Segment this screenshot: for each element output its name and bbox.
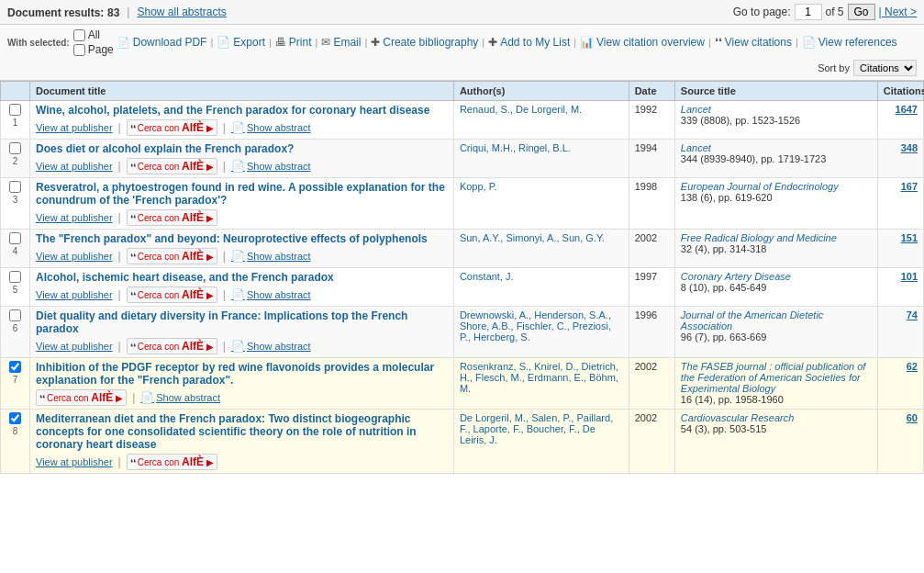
author-link[interactable]: Sun, A.Y., Simonyi, A., Sun, G.Y. bbox=[460, 232, 605, 243]
row-source-cell: Coronary Artery Disease 8 (10), pp. 645-… bbox=[674, 268, 877, 307]
cerca-icon: ❛❛ bbox=[130, 457, 136, 467]
table-row: 8Mediterranean diet and the French parad… bbox=[1, 410, 924, 474]
source-title-link[interactable]: Coronary Artery Disease bbox=[681, 271, 791, 282]
view-at-publisher-link[interactable]: View at publisher bbox=[36, 212, 113, 223]
cerca-badge[interactable]: ❛❛ Cerca con AlfÈ ▶ bbox=[127, 158, 217, 174]
doc-title-link[interactable]: Diet quality and dietary diversity in Fr… bbox=[36, 309, 448, 335]
show-abstract-link[interactable]: 📄 Show abstract bbox=[231, 250, 311, 263]
email-btn[interactable]: ✉ Email bbox=[321, 36, 361, 49]
cerca-badge[interactable]: ❛❛ Cerca con AlfÈ ▶ bbox=[127, 286, 217, 303]
show-abstract-link[interactable]: 📄 Show abstract bbox=[231, 121, 311, 134]
doc-title-link[interactable]: The "French paradox" and beyond: Neuropr… bbox=[36, 232, 448, 245]
cerca-badge[interactable]: ❛❛ Cerca con AlfÈ ▶ bbox=[127, 338, 217, 354]
cerca-badge[interactable]: ❛❛ Cerca con AlfÈ ▶ bbox=[127, 209, 217, 226]
author-link[interactable]: Constant, J. bbox=[460, 271, 514, 282]
source-title-link[interactable]: Journal of the American Dietetic Associa… bbox=[681, 309, 824, 331]
row-checkbox[interactable] bbox=[9, 271, 21, 283]
show-abstract-link[interactable]: 📄 Show abstract bbox=[140, 391, 220, 404]
show-abstract-link[interactable]: 📄 Show abstract bbox=[231, 288, 311, 301]
view-at-publisher-link[interactable]: View at publisher bbox=[36, 161, 113, 172]
show-abstract-link[interactable]: 📄 Show abstract bbox=[231, 160, 311, 173]
cerca-badge[interactable]: ❛❛ Cerca con AlfÈ ▶ bbox=[127, 454, 217, 470]
source-detail: 16 (14), pp. 1958-1960 bbox=[681, 394, 784, 405]
doc-title-link[interactable]: Does diet or alcohol explain the French … bbox=[36, 142, 448, 155]
page-checkbox[interactable] bbox=[73, 44, 85, 56]
references-icon: 📄 bbox=[802, 36, 816, 49]
citations-count-link[interactable]: 62 bbox=[907, 361, 918, 372]
citations-count-link[interactable]: 60 bbox=[907, 412, 918, 423]
citations-count-link[interactable]: 74 bbox=[907, 309, 918, 320]
citations-count-link[interactable]: 101 bbox=[901, 271, 918, 282]
show-all-abstracts-link[interactable]: Show all abstracts bbox=[137, 6, 226, 18]
row-checkbox[interactable] bbox=[9, 104, 21, 116]
cerca-badge[interactable]: ❛❛ Cerca con AlfÈ ▶ bbox=[127, 248, 217, 264]
cerca-icon: ❛❛ bbox=[130, 213, 136, 223]
goto-button[interactable]: Go bbox=[848, 4, 875, 20]
row-doc-cell: Resveratrol, a phytoestrogen found in re… bbox=[30, 178, 454, 230]
row-checkbox[interactable] bbox=[9, 232, 21, 244]
all-checkbox[interactable] bbox=[73, 29, 85, 41]
citations-count-link[interactable]: 167 bbox=[901, 181, 918, 192]
results-count: 83 bbox=[107, 6, 119, 19]
row-date-cell: 2002 bbox=[629, 230, 674, 268]
row-checkbox[interactable] bbox=[9, 309, 21, 321]
citations-count-link[interactable]: 151 bbox=[901, 232, 918, 243]
view-at-publisher-link[interactable]: View at publisher bbox=[36, 251, 113, 262]
table-row: 6Diet quality and dietary diversity in F… bbox=[1, 307, 924, 358]
view-at-publisher-link[interactable]: View at publisher bbox=[36, 456, 113, 467]
cerca-badge[interactable]: ❛❛ Cerca con AlfÈ ▶ bbox=[127, 119, 217, 136]
row-checkbox[interactable] bbox=[9, 361, 21, 373]
download-pdf-btn[interactable]: 📄 Download PDF bbox=[117, 36, 207, 49]
author-link[interactable]: Criqui, M.H., Ringel, B.L. bbox=[460, 142, 571, 153]
view-at-publisher-link[interactable]: View at publisher bbox=[36, 341, 113, 352]
col-header-date: Date bbox=[629, 82, 674, 101]
row-checkbox[interactable] bbox=[9, 142, 21, 154]
source-title-link[interactable]: European Journal of Endocrinology bbox=[681, 181, 839, 192]
row-doc-cell: Mediterranean diet and the French parado… bbox=[30, 410, 454, 474]
doc-title-link[interactable]: Inhibition of the PDGF receptor by red w… bbox=[36, 361, 448, 387]
source-title-link[interactable]: Lancet bbox=[681, 142, 711, 153]
doc-title-link[interactable]: Mediterranean diet and the French parado… bbox=[36, 412, 448, 451]
add-my-list-btn[interactable]: ✚ Add to My List bbox=[488, 36, 570, 49]
print-icon: 🖶 bbox=[275, 36, 286, 49]
citations-count-link[interactable]: 1647 bbox=[896, 104, 918, 115]
doc-title-link[interactable]: Wine, alcohol, platelets, and the French… bbox=[36, 104, 448, 117]
view-citation-overview-btn[interactable]: 📊 View citation overview bbox=[580, 36, 705, 49]
print-btn[interactable]: 🖶 Print bbox=[275, 36, 312, 49]
source-title-link[interactable]: Free Radical Biology and Medicine bbox=[681, 232, 837, 243]
source-title-link[interactable]: The FASEB journal : official publication… bbox=[681, 361, 866, 394]
author-link[interactable]: Kopp, P. bbox=[460, 181, 497, 192]
abstract-icon: 📄 bbox=[231, 250, 245, 263]
author-link[interactable]: Rosenkranz, S., Knirel, D., Dietrich, H.… bbox=[460, 361, 618, 394]
doc-actions: ❛❛ Cerca con AlfÈ ▶|📄 Show abstract bbox=[36, 389, 448, 406]
source-title-link[interactable]: Cardiovascular Research bbox=[681, 412, 795, 423]
row-author-cell: Criqui, M.H., Ringel, B.L. bbox=[453, 140, 629, 178]
row-citations-cell: 74 bbox=[877, 307, 923, 358]
row-number: 1 bbox=[6, 118, 24, 128]
author-link[interactable]: Drewnowski, A., Henderson, S.A., Shore, … bbox=[460, 309, 611, 343]
doc-title-link[interactable]: Alcohol, ischemic heart disease, and the… bbox=[36, 271, 448, 284]
row-author-cell: Drewnowski, A., Henderson, S.A., Shore, … bbox=[453, 307, 629, 358]
cerca-badge[interactable]: ❛❛ Cerca con AlfÈ ▶ bbox=[36, 389, 127, 406]
overview-icon: 📊 bbox=[580, 36, 594, 49]
row-date-cell: 1992 bbox=[629, 101, 674, 140]
view-citations-btn[interactable]: ❛❛ View citations bbox=[715, 36, 792, 49]
row-author-cell: Renaud, S., De Lorgeril, M. bbox=[453, 101, 629, 140]
view-at-publisher-link[interactable]: View at publisher bbox=[36, 289, 113, 300]
source-title-link[interactable]: Lancet bbox=[681, 104, 711, 115]
sort-select[interactable]: Citations Date Author bbox=[853, 60, 917, 76]
next-page-link[interactable]: | Next > bbox=[879, 6, 917, 18]
all-row: All bbox=[73, 28, 114, 41]
view-references-btn[interactable]: 📄 View references bbox=[802, 36, 897, 49]
export-btn[interactable]: 📄 Export bbox=[217, 36, 265, 49]
row-checkbox[interactable] bbox=[9, 412, 21, 424]
citations-count-link[interactable]: 348 bbox=[901, 142, 918, 153]
show-abstract-link[interactable]: 📄 Show abstract bbox=[231, 340, 311, 353]
author-link[interactable]: De Lorgeril, M., Salen, P., Paillard, F.… bbox=[460, 412, 613, 445]
doc-title-link[interactable]: Resveratrol, a phytoestrogen found in re… bbox=[36, 181, 448, 207]
create-bibliography-btn[interactable]: ✚ Create bibliography bbox=[371, 36, 478, 49]
goto-input[interactable] bbox=[795, 4, 822, 20]
view-at-publisher-link[interactable]: View at publisher bbox=[36, 122, 113, 133]
row-checkbox[interactable] bbox=[9, 181, 21, 193]
author-link[interactable]: Renaud, S., De Lorgeril, M. bbox=[460, 104, 582, 115]
